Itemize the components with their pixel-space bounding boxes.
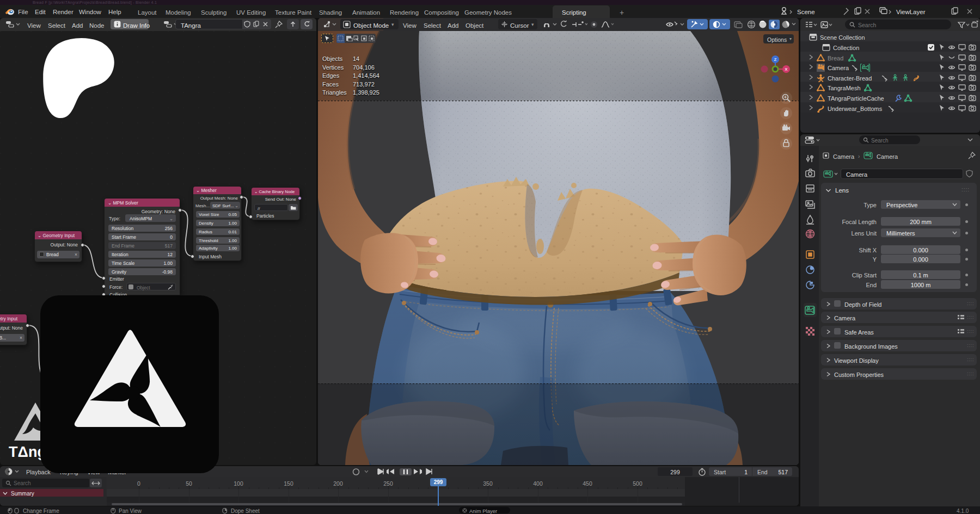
svg-text:X: X <box>785 67 788 72</box>
svg-text:Z: Z <box>774 57 777 62</box>
